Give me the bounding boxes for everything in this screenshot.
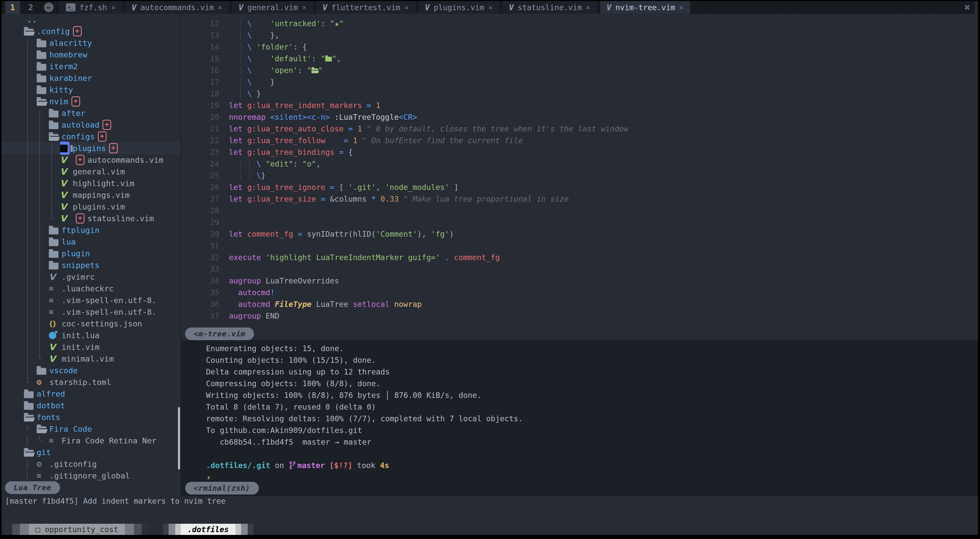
- tree-item-label: ..: [27, 14, 37, 25]
- tree-item-label: Fira Code: [49, 423, 92, 435]
- tree-item-snippets[interactable]: snippets: [2, 259, 181, 271]
- tree-item-..[interactable]: ..: [2, 14, 181, 25]
- tree-item-autoload[interactable]: autoload+: [2, 119, 181, 131]
- tree-item-label: alacritty: [49, 37, 92, 49]
- tree-item-.gitignore-global[interactable]: │≡.gitignore_global: [2, 470, 181, 482]
- tree-item-highlight.vim[interactable]: Vhighlight.vim: [2, 178, 181, 189]
- statusbar-gradient-block: [12, 524, 20, 535]
- tree-item-alacritty[interactable]: alacritty: [2, 37, 181, 49]
- tree-item-plugins[interactable]: plugins+: [2, 142, 181, 154]
- terminal-line: Total 8 (delta 7), reused 0 (delta 0): [181, 401, 978, 413]
- code-line-26: 26let g:lua_tree_ignore = [ '.git', 'nod…: [181, 181, 978, 193]
- tree-item-general.vim[interactable]: Vgeneral.vim: [2, 166, 181, 178]
- line-number: 35: [181, 287, 219, 299]
- tab-nvim-tree.vim[interactable]: Vnvim-tree.vim×: [600, 1, 690, 14]
- tree-item-label: lua: [62, 236, 76, 248]
- tree-item-.gitconfig[interactable]: │⚙.gitconfig: [2, 458, 181, 470]
- tree-item-kitty[interactable]: kitty: [2, 84, 181, 95]
- tree-item-ftplugin[interactable]: ftplugin: [2, 224, 181, 236]
- vim-icon: V: [607, 3, 611, 12]
- gear-icon: ⚙: [37, 376, 42, 388]
- tree-item-.luacheckrc[interactable]: ≡.luacheckrc: [2, 283, 181, 294]
- tree-item-dotbot[interactable]: dotbot: [2, 400, 181, 411]
- tab-plugins.vim[interactable]: Vplugins.vim×: [418, 1, 499, 14]
- statusbar-gradient-block: [163, 524, 169, 535]
- tree-item-starship.toml[interactable]: └⚙starship.toml: [2, 376, 181, 388]
- tab-close-icon[interactable]: ×: [111, 3, 115, 12]
- tab-general.vim[interactable]: Vgeneral.vim×: [232, 1, 313, 14]
- tmux-window-opportunity-cost[interactable]: □ opportunity_cost: [29, 524, 125, 535]
- tree-item-statusline.vim[interactable]: └V+statusline.vim: [2, 213, 181, 224]
- tab-autocommands.vim[interactable]: Vautocommands.vim×: [125, 1, 229, 14]
- tree-item-plugin[interactable]: plugin: [2, 248, 181, 259]
- tree-item-plugins.vim[interactable]: Vplugins.vim: [2, 201, 181, 213]
- tree-item-label: minimal.vim: [62, 353, 114, 364]
- tree-item-.gvimrc[interactable]: V.gvimrc: [2, 271, 181, 283]
- tree-item-coc-settings.json[interactable]: {}coc-settings.json: [2, 318, 181, 329]
- tab-close-icon[interactable]: ×: [218, 3, 222, 12]
- tree-item-homebrew[interactable]: homebrew: [2, 49, 181, 60]
- code-line-36: 36 autocmd FileType LuaTree setlocal now…: [181, 299, 978, 310]
- tree-item-after[interactable]: after: [2, 107, 181, 119]
- tree-item-fonts[interactable]: fonts: [2, 411, 181, 423]
- folder-icon: [37, 368, 46, 375]
- tree-item-git[interactable]: git: [2, 447, 181, 458]
- gear-icon: ⚙: [37, 458, 42, 470]
- tab-statusline.vim[interactable]: Vstatusline.vim×: [502, 1, 597, 14]
- statusbar-gradient-block: [248, 524, 253, 535]
- tree-item-Fira-Code[interactable]: └Fira Code: [2, 423, 181, 435]
- tree-item-configs[interactable]: configs+: [2, 131, 181, 142]
- folder-open-glyph-icon: [312, 68, 318, 73]
- tree-item-Fira-Code-Retina-Ner[interactable]: │└≡Fira Code Retina Ner: [2, 435, 181, 447]
- workspace-1[interactable]: 1: [5, 1, 20, 14]
- vim-icon: V: [425, 3, 430, 12]
- tree-item-mappings.vim[interactable]: Vmappings.vim: [2, 189, 181, 201]
- text-file-icon: ≡: [49, 306, 53, 318]
- tree-item-.vim-spell-en.utf-8.[interactable]: ≡.vim-spell-en.utf-8.: [2, 294, 181, 306]
- tree-item-autocommands.vim[interactable]: V+autocommands.vim: [2, 154, 181, 166]
- close-icon[interactable]: ✖: [964, 1, 970, 14]
- tab-close-icon[interactable]: ×: [302, 3, 306, 12]
- tree-item-label: kitty: [49, 84, 73, 95]
- folder-open-icon: [37, 426, 46, 433]
- code-line-23: 23let g:lua_tree_bindings = {: [181, 146, 978, 158]
- tab-close-icon[interactable]: ×: [404, 3, 409, 12]
- code-line-24: 24 │ │ \ "edit": "o",: [181, 158, 978, 170]
- tree-item-.vim-spell-en.utf-8.[interactable]: ≡.vim-spell-en.utf-8.: [2, 306, 181, 318]
- tmux-window-dotfiles[interactable]: .dotfiles: [181, 524, 235, 535]
- code-line-13: 13 │ \ },: [181, 30, 978, 41]
- tab-fzf.sh[interactable]: >_fzf.sh×: [59, 1, 122, 14]
- back-arrow-icon[interactable]: ←: [44, 3, 54, 12]
- tree-item-minimal.vim[interactable]: └Vminimal.vim: [2, 353, 181, 364]
- tree-item-iterm2[interactable]: iterm2: [2, 60, 181, 72]
- tree-item-alfred[interactable]: alfred: [2, 388, 181, 400]
- line-number: 27: [181, 193, 219, 205]
- tab-close-icon[interactable]: ×: [586, 3, 590, 12]
- tree-item-label: homebrew: [49, 49, 87, 60]
- terminal-line: Delta compression using up to 12 threads: [181, 366, 978, 378]
- tree-item-init.vim[interactable]: Vinit.vim: [2, 341, 181, 353]
- tree-item-vscode[interactable]: vscode: [2, 364, 181, 376]
- json-file-icon: {}: [49, 318, 56, 329]
- statusbar-gradient-block: [142, 524, 148, 535]
- tree-item-.config[interactable]: .config+: [2, 25, 181, 37]
- terminal-buffer-pill: <rminal(zsh): [185, 482, 259, 494]
- code-line-34: 34augroup LuaTreeOverrides: [181, 275, 978, 287]
- tab-close-icon[interactable]: ×: [679, 3, 684, 12]
- sidebar-scrollbar[interactable]: [178, 407, 180, 470]
- tree-corner-glyph: │: [25, 458, 30, 470]
- tree-item-nvim[interactable]: nvim+: [2, 95, 181, 107]
- tab-fluttertest.vim[interactable]: Vfluttertest.vim×: [316, 1, 415, 14]
- terminal-pane[interactable]: Enumerating objects: 15, done.Counting o…: [181, 340, 978, 496]
- tree-item-label: configs: [62, 131, 95, 142]
- tree-item-karabiner[interactable]: karabiner: [2, 72, 181, 84]
- tab-close-icon[interactable]: ×: [488, 3, 493, 12]
- git-plus-badge: +: [72, 96, 80, 107]
- folder-icon: [37, 76, 46, 83]
- workspace-2[interactable]: 2: [23, 1, 38, 14]
- tree-item-lua[interactable]: lua: [2, 236, 181, 248]
- line-number: 18: [181, 88, 219, 100]
- tree-item-init.lua[interactable]: init.lua: [2, 329, 181, 341]
- terminal-window: 12←>_fzf.sh×Vautocommands.vim×Vgeneral.v…: [0, 0, 980, 539]
- folder-icon: [24, 403, 33, 410]
